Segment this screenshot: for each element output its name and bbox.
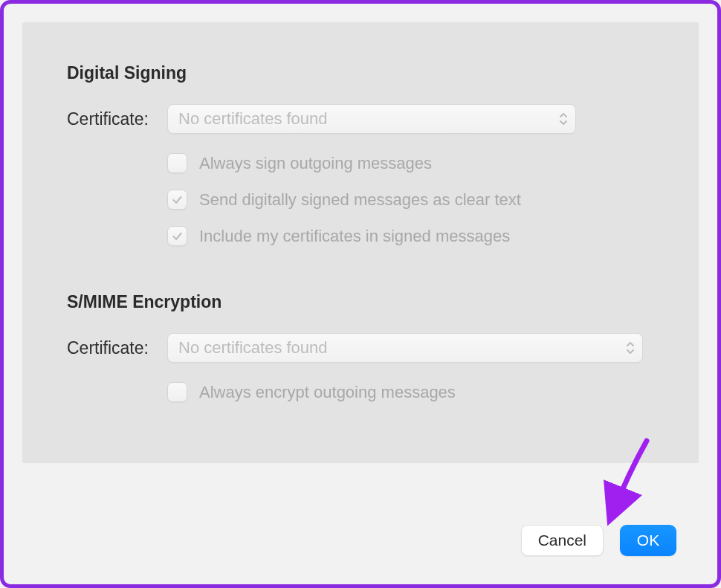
button-bar: Cancel OK (521, 525, 676, 556)
cancel-button[interactable]: Cancel (521, 525, 604, 556)
checkbox-row: Send digitally signed messages as clear … (67, 190, 669, 210)
checkbox-row: Always sign outgoing messages (67, 153, 669, 173)
digital-signing-heading: Digital Signing (67, 63, 669, 83)
always-encrypt-label: Always encrypt outgoing messages (199, 383, 456, 402)
signing-certificate-row: Certificate: No certificates found (67, 104, 669, 134)
include-certs-label: Include my certificates in signed messag… (199, 227, 510, 246)
settings-panel: Digital Signing Certificate: No certific… (22, 22, 699, 463)
window-frame: Digital Signing Certificate: No certific… (0, 0, 721, 588)
always-sign-label: Always sign outgoing messages (199, 154, 432, 173)
encryption-certificate-label: Certificate: (67, 338, 167, 358)
encryption-certificate-value: No certificates found (178, 338, 632, 358)
updown-icon (559, 112, 568, 126)
checkbox-row: Always encrypt outgoing messages (67, 382, 669, 402)
signing-certificate-value: No certificates found (178, 109, 565, 129)
updown-icon (626, 341, 635, 355)
clear-text-label: Send digitally signed messages as clear … (199, 190, 521, 210)
signing-certificate-dropdown[interactable]: No certificates found (167, 104, 576, 134)
include-certs-checkbox[interactable] (167, 226, 187, 246)
ok-button[interactable]: OK (620, 525, 676, 556)
smime-encryption-heading: S/MIME Encryption (67, 292, 669, 312)
checkbox-row: Include my certificates in signed messag… (67, 226, 669, 246)
clear-text-checkbox[interactable] (167, 190, 187, 210)
signing-certificate-label: Certificate: (67, 109, 167, 129)
always-encrypt-checkbox[interactable] (167, 382, 187, 402)
always-sign-checkbox[interactable] (167, 153, 187, 173)
checkmark-icon (171, 193, 184, 206)
checkmark-icon (171, 230, 184, 242)
encryption-certificate-row: Certificate: No certificates found (67, 333, 669, 363)
encryption-certificate-dropdown[interactable]: No certificates found (167, 333, 643, 363)
